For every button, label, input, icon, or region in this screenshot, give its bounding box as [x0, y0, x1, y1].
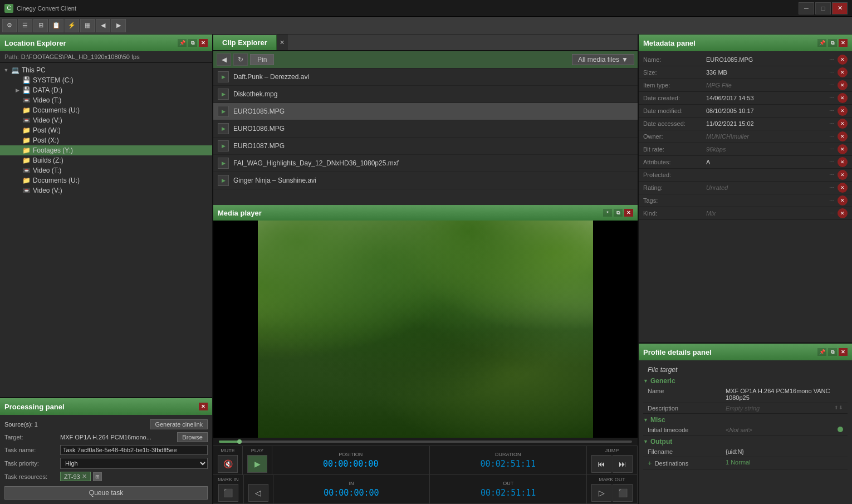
- generic-collapse-icon[interactable]: ▼: [643, 378, 648, 384]
- tree-toggle[interactable]: ▼: [2, 66, 10, 74]
- location-explorer-controls[interactable]: 📌 ⧉ ✕: [178, 39, 208, 47]
- meta-delete-button[interactable]: ✕: [838, 157, 848, 167]
- processing-close-icon[interactable]: ✕: [199, 403, 208, 410]
- meta-actions[interactable]: ⋯ ✕: [827, 157, 848, 167]
- meta-delete-button[interactable]: ✕: [838, 106, 848, 116]
- queue-task-button[interactable]: Queue task: [4, 486, 208, 500]
- generate-cinelink-button[interactable]: Generate cinelink: [150, 419, 208, 429]
- media-pin-icon[interactable]: *: [603, 209, 612, 217]
- clipboard-button[interactable]: 📋: [49, 19, 63, 32]
- file-item[interactable]: ▶ FAI_WAG_Highlights_Day_12_DNxHD36_1080…: [213, 155, 638, 172]
- jump-next-button[interactable]: ⏭: [613, 455, 633, 473]
- clip-refresh-button[interactable]: ↻: [233, 53, 248, 66]
- close-icon[interactable]: ✕: [199, 39, 208, 47]
- tree-item[interactable]: 📁Documents (U:): [0, 105, 212, 115]
- meta-delete-button[interactable]: ✕: [838, 93, 848, 103]
- media-float-icon[interactable]: ⧉: [614, 209, 623, 217]
- resources-grid-icon[interactable]: ⊞: [93, 472, 102, 481]
- meta-actions[interactable]: ⋯ ✕: [827, 93, 848, 103]
- meta-edit-icon[interactable]: ⋯: [827, 208, 836, 217]
- meta-edit-icon[interactable]: ⋯: [827, 93, 836, 102]
- meta-edit-icon[interactable]: ⋯: [827, 67, 836, 76]
- output-collapse-icon[interactable]: ▼: [643, 439, 648, 444]
- meta-edit-icon[interactable]: ⋯: [827, 183, 836, 192]
- maximize-button[interactable]: □: [815, 2, 831, 14]
- all-media-button[interactable]: All media files ▼: [572, 54, 634, 65]
- tree-item[interactable]: 📁Footages (Y:): [0, 145, 212, 155]
- meta-actions[interactable]: ⋯ ✕: [827, 106, 848, 116]
- file-item[interactable]: ▶ Diskothek.mpg: [213, 86, 638, 103]
- meta-delete-button[interactable]: ✕: [838, 55, 848, 65]
- resource-remove-icon[interactable]: ✕: [82, 473, 87, 480]
- lightning-button[interactable]: ⚡: [65, 19, 79, 32]
- file-item[interactable]: ▶ Daft.Punk – Derezzed.avi: [213, 68, 638, 86]
- pin-icon[interactable]: 📌: [178, 39, 187, 47]
- tree-item[interactable]: ▶💾DATA (D:): [0, 85, 212, 95]
- clip-back-button[interactable]: ◀: [217, 53, 231, 66]
- task-name-input[interactable]: [60, 445, 208, 455]
- menu-button[interactable]: ☰: [18, 19, 32, 32]
- mute-button[interactable]: 🔇: [218, 455, 238, 473]
- clip-explorer-tab[interactable]: Clip Explorer: [213, 35, 277, 50]
- tree-item[interactable]: 📁Documents (U:): [0, 175, 212, 185]
- tree-item[interactable]: 📼Video (T:): [0, 165, 212, 175]
- meta-delete-button[interactable]: ✕: [838, 195, 848, 205]
- meta-delete-button[interactable]: ✕: [838, 131, 848, 141]
- tree-item[interactable]: 📼Video (V:): [0, 115, 212, 125]
- next-button[interactable]: ▶: [111, 19, 126, 32]
- misc-collapse-icon[interactable]: ▼: [643, 417, 648, 423]
- meta-actions[interactable]: ⋯ ✕: [827, 183, 848, 193]
- minimize-button[interactable]: ─: [799, 2, 814, 14]
- meta-actions[interactable]: ⋯ ✕: [827, 144, 848, 154]
- meta-actions[interactable]: ⋯ ✕: [827, 67, 848, 77]
- meta-delete-button[interactable]: ✕: [838, 67, 848, 77]
- meta-edit-icon[interactable]: ⋯: [827, 131, 836, 140]
- tree-item[interactable]: 💾SYSTEM (C:): [0, 75, 212, 85]
- meta-edit-icon[interactable]: ⋯: [827, 119, 836, 128]
- file-item[interactable]: ▶ EURO1087.MPG: [213, 138, 638, 155]
- clip-pin-button[interactable]: Pin: [250, 54, 274, 65]
- meta-edit-icon[interactable]: ⋯: [827, 80, 836, 89]
- processing-panel-controls[interactable]: ✕: [199, 403, 208, 410]
- tree-item[interactable]: 📁Builds (Z:): [0, 155, 212, 165]
- meta-delete-button[interactable]: ✕: [838, 119, 848, 129]
- task-priority-select[interactable]: High Normal Low: [60, 458, 208, 469]
- browse-button[interactable]: Browse: [177, 432, 208, 442]
- layout-button[interactable]: ▦: [80, 19, 95, 32]
- clip-explorer-close[interactable]: ✕: [277, 35, 288, 50]
- settings-button[interactable]: ⚙: [2, 19, 17, 32]
- meta-delete-button[interactable]: ✕: [838, 170, 848, 180]
- mark-out-button[interactable]: ⬛: [613, 484, 633, 502]
- meta-delete-button[interactable]: ✕: [838, 183, 848, 193]
- tree-item[interactable]: 📁Post (W:): [0, 125, 212, 135]
- meta-actions[interactable]: ⋯ ✕: [827, 55, 848, 65]
- meta-delete-button[interactable]: ✕: [838, 80, 848, 90]
- meta-actions[interactable]: ⋯ ✕: [827, 131, 848, 141]
- metadata-pin-icon[interactable]: 📌: [817, 39, 826, 47]
- grid-button[interactable]: ⊞: [33, 19, 48, 32]
- jump-prev-button[interactable]: ⏮: [591, 455, 611, 473]
- destinations-expand-icon[interactable]: +: [648, 459, 652, 467]
- tree-toggle[interactable]: ▶: [13, 86, 21, 94]
- play-button[interactable]: ▶: [247, 455, 267, 473]
- trim-out-button[interactable]: ▷: [591, 484, 611, 502]
- trim-in-button[interactable]: ◁: [248, 484, 268, 502]
- media-player-controls[interactable]: * ⧉ ✕: [603, 209, 633, 217]
- media-close-icon[interactable]: ✕: [624, 209, 633, 217]
- meta-actions[interactable]: ⋯ ✕: [827, 119, 848, 129]
- meta-edit-icon[interactable]: ⋯: [827, 106, 836, 115]
- meta-edit-icon[interactable]: ⋯: [827, 144, 836, 153]
- meta-edit-icon[interactable]: ⋯: [827, 55, 836, 63]
- profile-panel-controls[interactable]: 📌 ⧉ ✕: [817, 348, 848, 356]
- close-button[interactable]: ✕: [832, 2, 848, 14]
- profile-close-icon[interactable]: ✕: [839, 348, 848, 356]
- window-controls[interactable]: ─ □ ✕: [799, 2, 848, 14]
- meta-edit-icon[interactable]: ⋯: [827, 170, 836, 179]
- meta-actions[interactable]: ⋯ ✕: [827, 170, 848, 180]
- prev-button[interactable]: ◀: [96, 19, 110, 32]
- meta-actions[interactable]: ⋯ ✕: [827, 80, 848, 90]
- meta-delete-button[interactable]: ✕: [838, 144, 848, 154]
- tree-item[interactable]: 📼Video (T:): [0, 95, 212, 105]
- metadata-panel-controls[interactable]: 📌 ⧉ ✕: [817, 39, 848, 47]
- profile-pin-icon[interactable]: 📌: [817, 348, 826, 356]
